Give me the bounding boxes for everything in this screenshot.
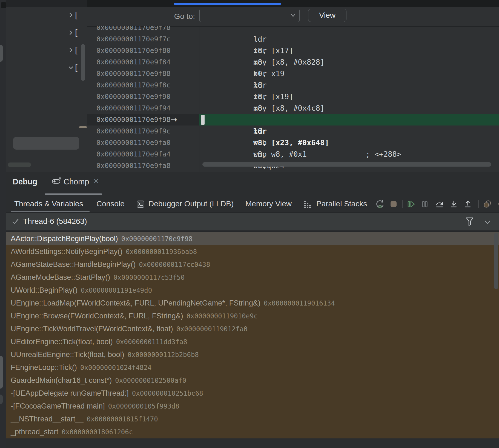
stripe-button-fragment-bottom[interactable] xyxy=(0,395,3,404)
tree-item[interactable]: [ xyxy=(6,64,87,72)
chevron-down-icon[interactable] xyxy=(290,13,296,18)
debugger-window: [ [ [ xyxy=(0,0,499,448)
tree-horizontal-scrollbar[interactable] xyxy=(8,162,31,167)
chevron-right-icon[interactable] xyxy=(68,12,74,18)
step-over-icon[interactable] xyxy=(435,199,444,209)
address-value: 0x00000001170e9fa8 xyxy=(96,162,171,170)
instruction-row[interactable]: cmp w8, w24 xyxy=(199,137,499,149)
frame-function: UEditorEngine::Tick(float, bool) xyxy=(11,338,113,346)
instruction-row[interactable]: b.eq 0x249fb8 ; <+288> xyxy=(199,149,499,160)
stack-frame-row[interactable]: UEditorEngine::Tick(float, bool)0x000000… xyxy=(6,335,499,348)
view-button[interactable]: View xyxy=(308,9,346,22)
pause-icon[interactable] xyxy=(420,199,430,209)
tab-console[interactable]: Console xyxy=(96,199,125,209)
instruction-row[interactable]: ldr x8, [x19] xyxy=(199,68,499,79)
address-row[interactable]: 0x00000001170e9f80 xyxy=(87,45,199,56)
address-value: 0x00000001170e9f8c xyxy=(96,81,171,89)
instruction-row[interactable]: ldr w8, [x23, #0x648] xyxy=(199,114,499,125)
stack-frame-row[interactable]: _pthread_start0x000000018061206c xyxy=(6,426,499,438)
stack-frame-row[interactable]: AGameModeBase::StartPlay()0x0000000117c5… xyxy=(6,271,499,284)
instruction-row[interactable]: ldr x8, [x8, #0x4c8] xyxy=(199,79,499,91)
stack-frame-row[interactable]: -[FCocoaGameThread main]0x0000000105f993… xyxy=(6,400,499,413)
address-row[interactable]: 0x00000001170e9f90 xyxy=(87,91,199,102)
frame-address: 0x00000001815f1470 xyxy=(87,415,158,423)
stripe-button-fragment-middle[interactable] xyxy=(0,356,3,389)
address-row[interactable]: 0x00000001170e9fa0 xyxy=(87,137,199,149)
frame-function: UEngine::Browse(FWorldContext&, FURL, FS… xyxy=(11,312,183,320)
instruction-row[interactable]: ldr x8, [x17] xyxy=(199,26,499,33)
goto-combobox[interactable] xyxy=(199,9,300,22)
stack-frame-row[interactable]: -[UEAppDelegate runGameThread:]0x0000000… xyxy=(6,387,499,400)
goto-input[interactable] xyxy=(200,9,293,22)
stack-frame-row[interactable]: UEngine::LoadMap(FWorldContext&, FURL, U… xyxy=(6,297,499,310)
step-into-icon[interactable] xyxy=(449,199,459,209)
checkmark-icon xyxy=(12,218,19,225)
stack-frame-row[interactable]: __NSThread__start__0x00000001815f1470 xyxy=(6,413,499,426)
stack-frame-row[interactable]: GuardedMain(char16_t const*)0x0000000102… xyxy=(6,374,499,387)
splitter-handle[interactable] xyxy=(79,126,87,128)
tree-item[interactable]: [ xyxy=(6,46,87,55)
chevron-down-icon[interactable] xyxy=(484,220,491,225)
stack-frame-row[interactable]: AActor::DispatchBeginPlay(bool)0x0000000… xyxy=(6,232,499,245)
address-row[interactable]: 0x00000001170e9f7c xyxy=(87,33,199,45)
instruction-row[interactable]: sub w8, w8, #0x1 xyxy=(199,125,499,137)
parallel-stacks-icon xyxy=(304,200,313,209)
stack-frame-row[interactable]: UEngine::Browse(FWorldContext&, FURL, FS… xyxy=(6,310,499,323)
stop-icon[interactable] xyxy=(389,199,398,209)
chevron-right-icon[interactable] xyxy=(68,47,74,53)
address-row[interactable]: 0x00000001170e9f98 → xyxy=(87,114,199,125)
address-row[interactable]: 0x00000001170e9f78 xyxy=(87,26,199,33)
chevron-right-icon[interactable] xyxy=(68,30,74,36)
instruction-row[interactable]: ldr x8, [x8, #0x828] xyxy=(199,33,499,45)
stack-frame-row[interactable]: AGameStateBase::HandleBeginPlay()0x00000… xyxy=(6,258,499,271)
address-row[interactable]: 0x00000001170e9fa4 xyxy=(87,149,199,160)
resume-icon[interactable] xyxy=(406,199,416,209)
tab-debugger-output[interactable]: Debugger Output (LLDB) xyxy=(148,199,234,209)
mute-breakpoints-icon[interactable] xyxy=(482,199,492,209)
tab-memory-view[interactable]: Memory View xyxy=(245,199,292,209)
instruction-row[interactable]: blr x8 xyxy=(199,102,499,114)
frames-vertical-scrollbar[interactable] xyxy=(494,233,498,289)
stack-frame-row[interactable]: FEngineLoop::Tick()0x00000001024f4824 xyxy=(6,361,499,374)
frame-function: -[FCocoaGameThread main] xyxy=(11,402,105,410)
tree-item[interactable]: [ xyxy=(6,28,87,37)
frame-function: AGameStateBase::HandleBeginPlay() xyxy=(11,260,136,269)
address-value: 0x00000001170e9f90 xyxy=(96,93,171,101)
rerun-debugger-icon[interactable] xyxy=(375,199,385,209)
tree-vertical-scrollbar[interactable] xyxy=(81,44,85,81)
instruction-row[interactable]: mov x0, x19 xyxy=(199,45,499,56)
close-icon[interactable]: × xyxy=(92,176,100,186)
frame-function: UEngine::LoadMap(FWorldContext&, FURL, U… xyxy=(11,299,260,307)
stripe-button-fragment-top[interactable] xyxy=(0,45,3,62)
stack-frame-row[interactable]: UUnrealEdEngine::Tick(float, bool)0x0000… xyxy=(6,348,499,361)
tab-threads-variables[interactable]: Threads & Variables xyxy=(14,199,83,209)
address-row[interactable]: 0x00000001170e9f94 xyxy=(87,102,199,114)
frame-address: 0x000000011936bab8 xyxy=(126,248,197,256)
tab-parallel-stacks[interactable]: Parallel Stacks xyxy=(316,199,367,209)
address-row[interactable]: 0x00000001170e9f84 xyxy=(87,56,199,68)
instruction-row[interactable]: mov x0, x19 xyxy=(199,91,499,102)
step-out-icon[interactable] xyxy=(463,199,473,209)
address-row[interactable]: 0x00000001170e9f88 xyxy=(87,68,199,79)
overflow-icon[interactable] xyxy=(493,199,499,209)
chevron-right-icon[interactable] xyxy=(68,65,74,71)
stack-frame-row[interactable]: UWorld::BeginPlay()0x00000001191e49d0 xyxy=(6,284,499,297)
stack-frame-row[interactable]: AWorldSettings::NotifyBeginPlay()0x00000… xyxy=(6,245,499,258)
frame-function: UUnrealEdEngine::Tick(float, bool) xyxy=(11,350,124,359)
comment: ; <+288> xyxy=(366,149,401,160)
filter-funnel-icon[interactable] xyxy=(466,217,474,226)
address-value: 0x00000001170e9f78 xyxy=(96,26,171,32)
address-row[interactable]: 0x00000001170e9fa8 xyxy=(87,160,199,172)
frame-address: 0x0000000117c53f50 xyxy=(113,274,185,281)
thread-label: Thread-6 (584263) xyxy=(23,216,87,227)
instruction-row[interactable]: blr x8 xyxy=(199,56,499,68)
disassembly-horizontal-scrollbar[interactable] xyxy=(202,162,491,167)
stack-frame-row[interactable]: UEngine::TickWorldTravel(FWorldContext&,… xyxy=(6,323,499,335)
bottom-filler xyxy=(6,438,499,448)
tree-item[interactable]: [ xyxy=(6,11,87,20)
address-row[interactable]: 0x00000001170e9f8c xyxy=(87,79,199,91)
address-row[interactable]: 0x00000001170e9f9c xyxy=(87,125,199,137)
address-value: 0x00000001170e9fa0 xyxy=(96,139,171,147)
stack-frame-bracket-icon: [ xyxy=(74,10,79,20)
frame-function: _pthread_start xyxy=(11,428,58,436)
